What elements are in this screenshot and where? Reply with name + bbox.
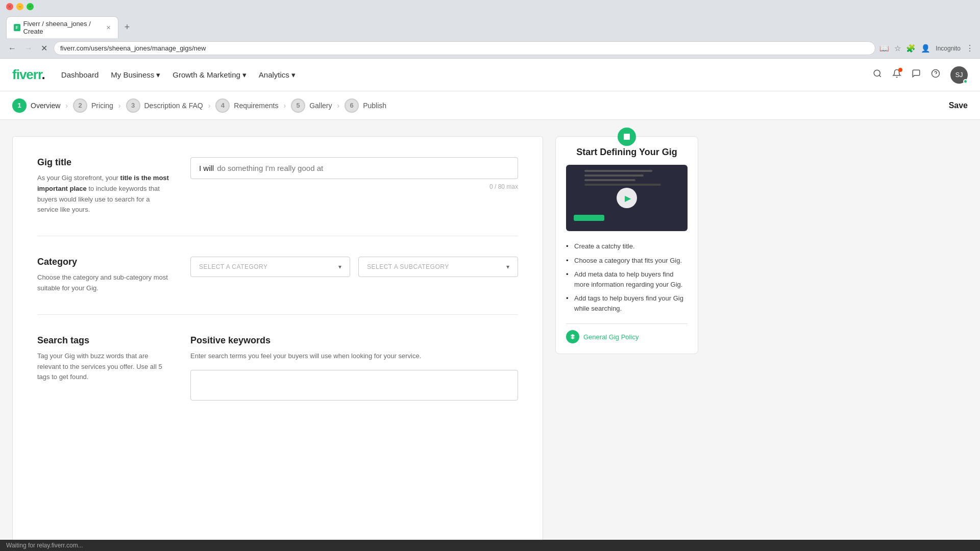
address-bar: ← → ✕ 📖 ☆ 🧩 👤 Incognito ⋮ (0, 38, 980, 58)
save-button[interactable]: Save (949, 101, 968, 110)
step-num-1: 1 (12, 98, 27, 113)
maximize-window-button[interactable]: + (27, 3, 34, 10)
gig-title-wrapper[interactable]: I will (190, 157, 518, 179)
category-select[interactable]: SELECT A CATEGORY ▾ (190, 257, 350, 277)
floating-stop-icon (618, 128, 636, 146)
gig-title-field[interactable] (217, 164, 509, 172)
menu-icon[interactable]: ⋮ (966, 43, 974, 53)
play-button[interactable]: ▶ (617, 188, 637, 208)
category-input-col: SELECT A CATEGORY ▾ SELECT A SUBCATEGORY… (190, 257, 518, 294)
online-status-dot (963, 79, 968, 84)
tips-list: Create a catchy title. Choose a category… (566, 239, 688, 315)
search-tags-desc: Tag your Gig with buzz words that are re… (37, 351, 170, 383)
gig-title-label-col: Gig title As your Gig storefront, your t… (37, 157, 170, 215)
step-label-overview: Overview (31, 102, 60, 110)
category-row: Category Choose the category and sub-cat… (37, 257, 518, 315)
category-select-label: SELECT A CATEGORY (199, 263, 268, 270)
gig-title-desc-text: As your Gig storefront, your (37, 174, 120, 182)
bookmark-icon[interactable]: ☆ (894, 44, 901, 53)
tab-close-button[interactable]: ✕ (106, 24, 111, 31)
main-nav: Dashboard My Business ▾ Growth & Marketi… (61, 70, 296, 80)
search-icon[interactable] (873, 69, 882, 81)
fiverr-logo[interactable]: fiverr. (12, 67, 45, 83)
header-right: SJ (873, 66, 968, 84)
new-tab-button[interactable]: + (120, 21, 134, 34)
gig-title-label: Gig title (37, 157, 170, 168)
category-label: Category (37, 257, 170, 267)
subcategory-select[interactable]: SELECT A SUBCATEGORY ▾ (358, 257, 518, 277)
gig-title-input-row: I will (199, 164, 509, 172)
chevron-down-icon: ▾ (242, 70, 247, 80)
help-icon[interactable] (931, 69, 940, 81)
chevron-down-icon: ▾ (156, 70, 160, 80)
step-arrow-5: › (337, 102, 340, 110)
policy-icon (566, 330, 579, 343)
back-button[interactable]: ← (6, 42, 18, 55)
wizard-step-gallery[interactable]: 5 Gallery (291, 98, 332, 113)
policy-link[interactable]: General Gig Policy (566, 323, 688, 343)
main-content: Gig title As your Gig storefront, your t… (0, 120, 980, 551)
browser-chrome: ✕ − + F Fiverr / sheena_jones / Create ✕… (0, 0, 980, 59)
search-tags-label-col: Search tags Tag your Gig with buzz words… (37, 335, 170, 400)
title-prefix: I will (199, 164, 214, 172)
avatar[interactable]: SJ (950, 66, 968, 84)
wizard-save-area: Save (949, 101, 968, 110)
sidebar-panel: Start Defining Your Gig ▶ Create a catch… (555, 136, 698, 551)
tab-bar: F Fiverr / sheena_jones / Create ✕ + (0, 13, 980, 38)
close-window-button[interactable]: ✕ (6, 3, 13, 10)
video-green-bar (574, 215, 604, 221)
chevron-down-icon: ▾ (291, 70, 296, 80)
url-input[interactable] (54, 41, 875, 55)
forward-button[interactable]: → (22, 42, 35, 55)
wizard-step-requirements[interactable]: 4 Requirements (215, 98, 278, 113)
search-tags-row: Search tags Tag your Gig with buzz words… (37, 335, 518, 400)
notifications-icon[interactable] (892, 69, 901, 81)
step-label-description: Description & FAQ (144, 102, 203, 110)
browser-toolbar-right: 📖 ☆ 🧩 👤 Incognito ⋮ (879, 43, 974, 53)
category-selects: SELECT A CATEGORY ▾ SELECT A SUBCATEGORY… (190, 257, 518, 277)
reader-mode-icon[interactable]: 📖 (879, 44, 889, 53)
subcategory-chevron-down-icon: ▾ (506, 263, 509, 270)
minimize-window-button[interactable]: − (16, 3, 23, 10)
nav-growth-marketing[interactable]: Growth & Marketing ▾ (173, 70, 247, 80)
tab-title: Fiverr / sheena_jones / Create (23, 20, 103, 35)
wizard-step-description[interactable]: 3 Description & FAQ (126, 98, 203, 113)
category-chevron-down-icon: ▾ (338, 263, 341, 270)
status-bar: Waiting for relay.fiverr.com... (0, 540, 980, 551)
step-label-requirements: Requirements (234, 102, 278, 110)
tip-4: Add tags to help buyers find your Gig wh… (566, 291, 688, 315)
tab-favicon: F (14, 24, 20, 31)
form-section: Gig title As your Gig storefront, your t… (12, 136, 543, 551)
messages-icon[interactable] (912, 69, 921, 81)
tip-2: Choose a category that fits your Gig. (566, 254, 688, 268)
nav-dashboard[interactable]: Dashboard (61, 70, 99, 79)
video-thumbnail[interactable]: ▶ (566, 165, 688, 231)
help-card-title: Start Defining Your Gig (566, 147, 688, 158)
wizard-step-overview[interactable]: 1 Overview (12, 98, 60, 113)
window-controls: ✕ − + (6, 3, 34, 10)
incognito-label: Incognito (936, 45, 961, 52)
search-tags-label: Search tags (37, 335, 170, 346)
extensions-icon[interactable]: 🧩 (906, 44, 916, 53)
policy-label[interactable]: General Gig Policy (583, 333, 639, 341)
play-icon: ▶ (625, 193, 631, 203)
step-num-3: 3 (126, 98, 140, 113)
svg-line-1 (879, 75, 880, 77)
svg-point-0 (874, 70, 880, 76)
profile-icon[interactable]: 👤 (921, 44, 930, 53)
help-card: Start Defining Your Gig ▶ Create a catch… (555, 136, 698, 354)
tip-3: Add meta data to help buyers find more i… (566, 267, 688, 291)
wizard-step-pricing[interactable]: 2 Pricing (73, 98, 113, 113)
svg-rect-4 (624, 134, 630, 140)
nav-analytics[interactable]: Analytics ▾ (259, 70, 296, 80)
nav-my-business[interactable]: My Business ▾ (111, 70, 160, 80)
browser-titlebar: ✕ − + (0, 0, 980, 13)
reload-button[interactable]: ✕ (39, 41, 50, 55)
browser-tab[interactable]: F Fiverr / sheena_jones / Create ✕ (6, 16, 118, 38)
wizard-step-publish[interactable]: 6 Publish (345, 98, 386, 113)
keywords-input-area[interactable] (190, 370, 518, 400)
step-label-pricing: Pricing (91, 102, 113, 110)
gig-title-row: Gig title As your Gig storefront, your t… (37, 157, 518, 236)
step-num-2: 2 (73, 98, 87, 113)
gig-title-input-col: I will 0 / 80 max (190, 157, 518, 215)
